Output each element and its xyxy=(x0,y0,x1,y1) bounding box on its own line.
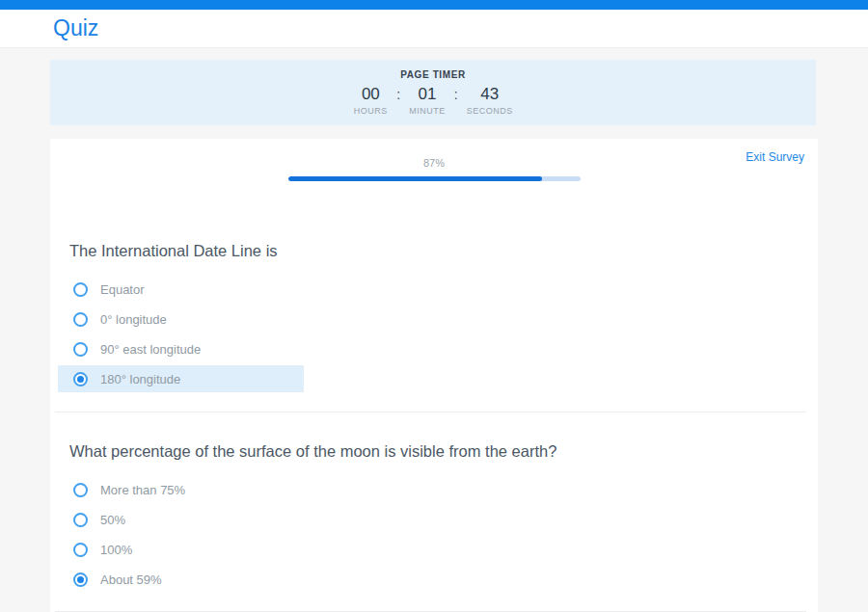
timer-hours: 00 HOURS xyxy=(353,85,388,116)
progress-bar xyxy=(288,176,581,181)
progress-section: 87% xyxy=(50,139,818,181)
radio-dot xyxy=(77,576,84,583)
main-container: PAGE TIMER 00 HOURS : 01 MINUTE : 43 SEC… xyxy=(50,60,816,612)
option-label: 50% xyxy=(100,513,125,527)
radio-option[interactable]: 180° longitude xyxy=(58,365,304,392)
survey-card: Exit Survey 87% The International Date L… xyxy=(50,139,818,612)
question-1-title: The International Date Line is xyxy=(69,240,818,261)
timer-seconds-value: 43 xyxy=(480,85,499,103)
timer-hours-value: 00 xyxy=(362,85,380,103)
timer-readout: 00 HOURS : 01 MINUTE : 43 SECONDS xyxy=(353,85,512,116)
timer-separator: : xyxy=(388,85,409,103)
app-header: Quiz xyxy=(0,10,868,48)
radio-option[interactable]: 50% xyxy=(58,506,304,533)
question-1: The International Date Line is Equator 0… xyxy=(50,240,818,392)
exit-survey-link[interactable]: Exit Survey xyxy=(746,150,804,164)
radio-option[interactable]: More than 75% xyxy=(58,476,304,503)
radio-option[interactable]: 0° longitude xyxy=(58,306,304,333)
radio-button-icon[interactable] xyxy=(73,342,88,357)
timer-title: PAGE TIMER xyxy=(400,69,465,80)
question-2: What percentage of the surface of the mo… xyxy=(50,440,818,593)
radio-button-icon[interactable] xyxy=(73,282,88,297)
option-label: About 59% xyxy=(100,572,162,587)
top-accent-bar xyxy=(0,0,868,10)
option-label: More than 75% xyxy=(100,483,185,497)
radio-option[interactable]: Equator xyxy=(58,276,304,303)
option-label: 100% xyxy=(100,543,132,557)
question-2-options: More than 75% 50% 100% About 59% xyxy=(58,476,818,593)
page-title: Quiz xyxy=(53,17,98,40)
radio-option[interactable]: 90° east longitude xyxy=(58,335,304,362)
timer-minutes-value: 01 xyxy=(419,85,437,103)
timer-seconds-label: SECONDS xyxy=(467,106,513,116)
radio-button-icon[interactable] xyxy=(73,543,88,557)
radio-option[interactable]: About 59% xyxy=(58,566,304,593)
radio-dot xyxy=(77,376,84,383)
timer-minutes-label: MINUTE xyxy=(409,106,446,116)
option-label: Equator xyxy=(100,282,145,297)
timer-separator: : xyxy=(446,85,467,103)
radio-option[interactable]: 100% xyxy=(58,536,304,563)
timer-hours-label: HOURS xyxy=(354,106,388,116)
page-timer-banner: PAGE TIMER 00 HOURS : 01 MINUTE : 43 SEC… xyxy=(50,60,816,125)
option-label: 180° longitude xyxy=(100,372,180,386)
question-1-options: Equator 0° longitude 90° east longitude … xyxy=(58,276,818,392)
progress-bar-fill xyxy=(288,176,543,181)
radio-button-icon[interactable] xyxy=(73,513,88,527)
option-label: 90° east longitude xyxy=(100,342,201,357)
question-divider xyxy=(55,412,806,412)
radio-button-icon[interactable] xyxy=(73,372,88,386)
radio-button-icon[interactable] xyxy=(73,483,88,497)
option-label: 0° longitude xyxy=(100,312,167,327)
progress-percent-label: 87% xyxy=(423,157,445,170)
timer-seconds: 43 SECONDS xyxy=(467,85,513,116)
timer-minutes: 01 MINUTE xyxy=(409,85,446,116)
radio-button-icon[interactable] xyxy=(73,312,88,327)
question-2-title: What percentage of the surface of the mo… xyxy=(69,440,818,462)
radio-button-icon[interactable] xyxy=(73,572,88,587)
